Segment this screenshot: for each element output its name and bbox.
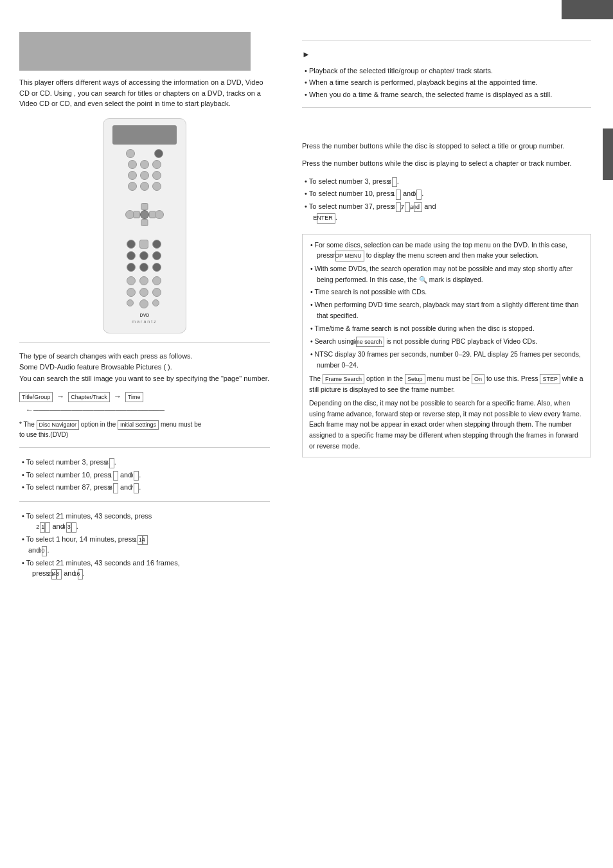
- right-divider-2: [302, 107, 591, 108]
- remote-btn: [154, 149, 163, 158]
- remote-btn: [152, 171, 161, 180]
- remote-btn: [152, 288, 161, 297]
- time-btn-3: 3: [71, 522, 76, 533]
- num-btn-1: 1: [113, 471, 118, 481]
- right-divider-top: [302, 40, 591, 40]
- note-item-8: The Frame Search option in the Setup men…: [309, 373, 584, 395]
- time-btn-00: 00: [42, 546, 47, 556]
- num-btn-intro2: Press the number buttons while the disc …: [302, 157, 591, 170]
- num-btn-0: 0: [134, 471, 139, 481]
- menu-note: * The Disc Navigator option in the Initi…: [19, 420, 270, 440]
- right-num-item-3: • To select number 37, press 3, 7, and a…: [302, 201, 591, 224]
- note-item-3: • Time search is not possible with CDs.: [309, 287, 584, 297]
- remote-btn: [155, 210, 164, 219]
- note-box: • For some discs, selection can be made …: [302, 234, 591, 457]
- arrow-left-1: ←────────────────────────: [26, 405, 164, 414]
- divider-3: [19, 501, 270, 502]
- search-type-section: The type of search changes with each pre…: [19, 351, 270, 440]
- intro-text: This player offers different ways of acc…: [19, 77, 270, 109]
- num-select-item-3: • To select number 87, press 8 and 7.: [19, 482, 270, 493]
- menu-note-menu: Initial Settings: [118, 420, 159, 430]
- note-item-7: • NTSC display 30 frames per seconds, nu…: [309, 349, 584, 371]
- right-num-item-1: • To select number 3, press 3.: [302, 176, 591, 188]
- number-select-section: • To select number 3, press 3. • To sele…: [19, 457, 270, 493]
- note-item-2: • With some DVDs, the search operation m…: [309, 263, 584, 285]
- right-num-item-2: • To select number 10, press 1 and 0.: [302, 188, 591, 200]
- remote-btn: [140, 160, 149, 169]
- note-item-6: • Search using time search is not possib…: [309, 336, 584, 347]
- time-select-item-1: • To select 21 minutes, 43 seconds, pres…: [19, 511, 270, 533]
- remote-btn: [127, 288, 136, 297]
- note-item-5: • Time/time & frame search is not possib…: [309, 323, 584, 334]
- note-item-1: • For some discs, selection can be made …: [309, 240, 584, 261]
- menu-note-middle: option in the: [81, 421, 118, 428]
- play-result-section: ► • Playback of the selected title/group…: [302, 48, 591, 100]
- play-arrow-row: ►: [302, 48, 591, 62]
- numpad-grid-2: [127, 276, 163, 308]
- left-column: This player offers different ways of acc…: [19, 32, 270, 581]
- num-btn-7: 7: [134, 483, 139, 493]
- remote-btn: [139, 299, 148, 308]
- right-side-bar: [603, 128, 613, 180]
- dpad-center: [140, 210, 149, 219]
- remote-screen: [112, 125, 177, 145]
- num-select-item-1: • To select number 3, press 3.: [19, 457, 270, 468]
- remote-btn: [152, 299, 159, 306]
- remote-btn: [127, 299, 134, 306]
- remote-btn: [126, 149, 135, 158]
- r-num-btn-3a: 3: [396, 202, 401, 213]
- dpad: [133, 203, 156, 226]
- remote-btn: [139, 251, 148, 260]
- time-select-item-2: • To select 1 hour, 14 minutes, press 11…: [19, 534, 270, 556]
- remote-btn: [139, 288, 148, 297]
- search-type-text2: Some DVD-Audio feature Browsable Picture…: [19, 362, 270, 373]
- arrow-back-row: ←────────────────────────: [26, 404, 270, 416]
- play-result-2: • When a time search is performed, playb…: [302, 77, 591, 88]
- time-select-item-3: • To select 21 minutes, 43 seconds and 1…: [19, 558, 270, 580]
- search-type-text3: You can search the still image you want …: [19, 373, 270, 385]
- note-on-box: On: [472, 374, 484, 384]
- note-item-4: • When performing DVD time search, playb…: [309, 299, 584, 321]
- time-btn-f3: 16: [78, 569, 83, 580]
- remote-btn: [127, 240, 136, 249]
- remote-btn: [139, 263, 148, 272]
- remote-row-1: [126, 149, 163, 158]
- number-buttons-section: Press the number buttons while the disc …: [302, 140, 591, 223]
- remote-btn: [128, 171, 137, 180]
- remote-btn: [127, 251, 136, 260]
- dpad-area: [125, 195, 164, 234]
- menu-note-star: * The: [19, 421, 37, 428]
- play-result-1: • Playback of the selected title/group o…: [302, 66, 591, 76]
- menu-note-end2: to use this.(DVD): [19, 431, 68, 438]
- note-search-btn: time search: [356, 337, 385, 347]
- dpad-down: [141, 219, 148, 226]
- arrow-row-1: Title/Group → Chapter/Track → Time: [19, 391, 270, 403]
- remote-btn: [152, 251, 161, 260]
- remote-btn: [128, 160, 137, 169]
- remote-row-2: [128, 160, 161, 169]
- remote-btn: [140, 171, 149, 180]
- remote-row-4: [128, 182, 161, 191]
- remote-btn: [152, 240, 161, 249]
- remote-btn: [128, 182, 137, 191]
- search-mode-box-1: Title/Group: [19, 392, 53, 402]
- remote-row-3: [128, 171, 161, 180]
- arrow-right-1: →: [57, 391, 64, 403]
- play-arrow-icon: ►: [302, 49, 310, 59]
- remote-dvd-label: DVD: [140, 313, 150, 317]
- arrow-diagram: Title/Group → Chapter/Track → Time ←────…: [19, 391, 270, 416]
- remote-btn: [152, 276, 161, 285]
- spacer-1: [302, 116, 591, 128]
- top-bar-decoration: [562, 0, 613, 19]
- r-num-btn-0: 0: [416, 190, 422, 200]
- note-top-menu-btn: TOP MENU: [335, 251, 364, 261]
- r-num-btn-7: 7: [405, 202, 410, 213]
- remote-btn: [139, 240, 148, 249]
- r-num-btn-1: 1: [396, 190, 401, 200]
- dpad-up: [141, 203, 148, 210]
- right-column: ► • Playback of the selected title/group…: [302, 32, 591, 457]
- search-type-text1: The type of search changes with each pre…: [19, 351, 270, 362]
- divider-1: [19, 342, 270, 343]
- remote-btn: [152, 160, 161, 169]
- time-btn-f2: 43: [57, 569, 62, 580]
